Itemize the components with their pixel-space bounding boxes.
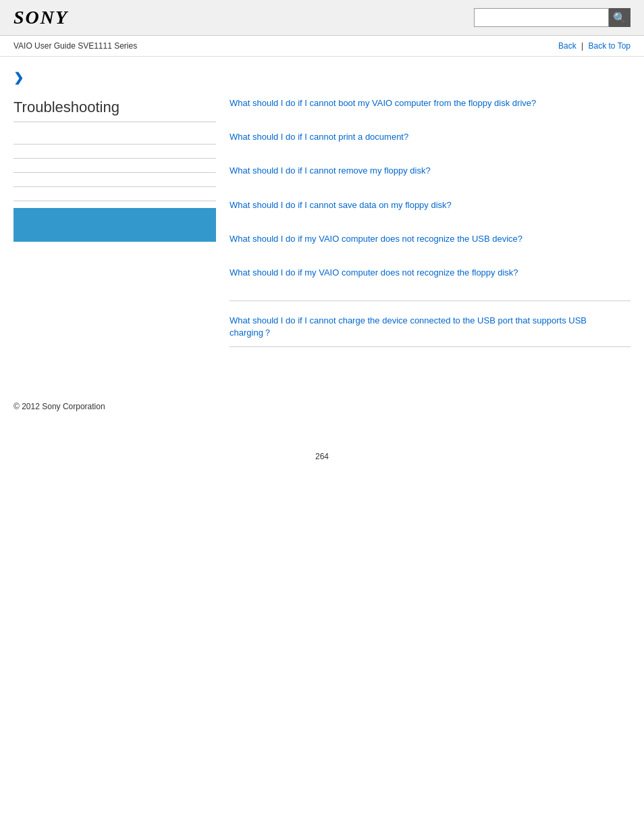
search-icon: 🔍	[613, 11, 626, 24]
topic-link-5[interactable]: What should I do if my VAIO computer doe…	[230, 234, 522, 244]
topic-links: What should I do if I cannot boot my VAI…	[230, 97, 630, 290]
sony-logo: SONY	[14, 7, 68, 28]
sidebar: ❯ Troubleshooting	[14, 70, 216, 361]
list-item	[14, 187, 216, 201]
sidebar-highlight	[14, 208, 216, 242]
list-item	[14, 159, 216, 173]
list-item: What should I do if I cannot print a doc…	[230, 131, 630, 154]
list-item: What should I do if my VAIO computer doe…	[230, 233, 630, 256]
page-header: SONY 🔍	[0, 0, 644, 36]
usb-charge-link[interactable]: What should I do if I cannot charge the …	[230, 315, 587, 338]
section-divider	[230, 301, 630, 301]
topic-link-6[interactable]: What should I do if my VAIO computer doe…	[230, 267, 518, 278]
topic-link-1[interactable]: What should I do if I cannot boot my VAI…	[230, 98, 536, 108]
list-item: What should I do if my VAIO computer doe…	[230, 267, 630, 290]
list-item	[14, 130, 216, 145]
nav-links: Back | Back to Top	[558, 41, 630, 51]
nav-divider: |	[581, 41, 585, 51]
list-item: What should I do if I cannot remove my f…	[230, 165, 630, 188]
guide-title: VAIO User Guide SVE1111 Series	[14, 41, 137, 51]
sidebar-links	[14, 130, 216, 201]
topic-link-2[interactable]: What should I do if I cannot print a doc…	[230, 132, 408, 142]
list-item: What should I do if I cannot boot my VAI…	[230, 97, 630, 120]
page-number: 264	[0, 452, 644, 475]
list-item	[14, 173, 216, 187]
back-link[interactable]: Back	[558, 41, 576, 51]
topic-link-4[interactable]: What should I do if I cannot save data o…	[230, 200, 452, 210]
chevron-icon: ❯	[14, 70, 216, 85]
search-area: 🔍	[474, 8, 630, 27]
section-title: Troubleshooting	[14, 99, 216, 122]
footer: © 2012 Sony Corporation	[0, 388, 644, 425]
right-content: What should I do if I cannot boot my VAI…	[230, 70, 630, 361]
copyright-text: © 2012 Sony Corporation	[14, 402, 105, 411]
back-to-top-link[interactable]: Back to Top	[589, 41, 630, 51]
search-button[interactable]: 🔍	[609, 8, 630, 27]
topic-link-3[interactable]: What should I do if I cannot remove my f…	[230, 165, 431, 176]
nav-bar: VAIO User Guide SVE1111 Series Back | Ba…	[0, 36, 644, 57]
search-input[interactable]	[474, 8, 609, 27]
list-item: What should I do if I cannot save data o…	[230, 199, 630, 222]
main-content: ❯ Troubleshooting What should I do if I …	[0, 57, 644, 374]
section-divider-2	[230, 346, 630, 347]
list-item	[14, 145, 216, 159]
